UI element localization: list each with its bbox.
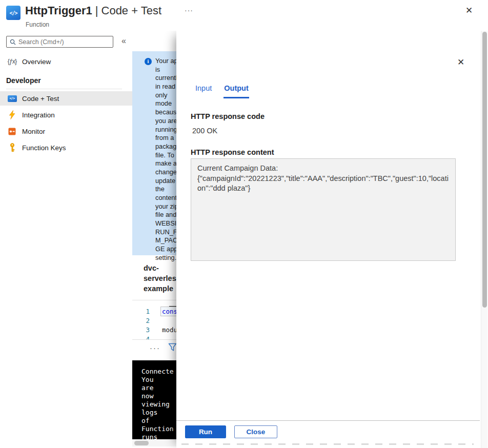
line-number: 3 bbox=[132, 325, 150, 335]
banner-line: setting. bbox=[155, 254, 176, 262]
monitor-icon bbox=[7, 127, 17, 136]
function-editor-pane: i Your apiscurrentlin readonlymodebecaus… bbox=[132, 31, 176, 448]
blade-more-icon[interactable]: ··· bbox=[185, 6, 193, 14]
dashed-divider bbox=[181, 443, 474, 445]
banner-line: currentl bbox=[155, 74, 176, 83]
banner-line: you are bbox=[155, 117, 176, 126]
app-name-line: dvc- bbox=[144, 263, 176, 273]
console-line: now bbox=[141, 392, 176, 400]
function-app-name: dvc-serverlessexample bbox=[144, 263, 176, 294]
sidebar-item-integration[interactable]: Integration bbox=[0, 108, 132, 122]
banner-line: from a bbox=[155, 134, 176, 142]
sidebar-item-label: Overview bbox=[22, 58, 51, 66]
blade-close-icon[interactable]: ✕ bbox=[464, 6, 474, 15]
sidebar-item-label: Function Keys bbox=[22, 144, 66, 152]
banner-line: mode bbox=[155, 99, 176, 108]
info-icon: i bbox=[145, 58, 152, 65]
sidebar-item-label: Code + Test bbox=[22, 95, 59, 103]
lightning-icon bbox=[7, 110, 17, 119]
code-editor[interactable]: 1 cons 2 3 modu 4 bbox=[132, 300, 176, 340]
function-app-icon: </> bbox=[6, 6, 21, 20]
function-name: HttpTrigger1 bbox=[25, 4, 92, 17]
response-code-label: HTTP response code bbox=[191, 112, 265, 120]
console-line: are bbox=[141, 384, 176, 392]
horizontal-scrollbar-thumb[interactable] bbox=[134, 441, 149, 445]
readonly-info-banner: i Your apiscurrentlin readonlymodebecaus… bbox=[132, 51, 176, 255]
banner-line: GE app bbox=[155, 245, 176, 254]
sidebar-item-overview[interactable]: {ƒx} Overview bbox=[0, 54, 132, 69]
code-test-icon: </> bbox=[7, 94, 17, 103]
app-name-line: example bbox=[144, 283, 176, 294]
banner-line: only bbox=[155, 91, 176, 100]
response-content-label: HTTP response content bbox=[191, 148, 274, 156]
sidebar: {ƒx} Overview Developer </> Code + Test … bbox=[0, 54, 132, 155]
key-icon bbox=[7, 143, 17, 152]
run-button[interactable]: Run bbox=[185, 425, 226, 438]
sidebar-item-function-keys[interactable]: Function Keys bbox=[0, 140, 132, 155]
readonly-banner-text: Your apiscurrentlin readonlymodebecausey… bbox=[155, 57, 176, 262]
horizontal-scrollbar[interactable] bbox=[132, 440, 176, 446]
vertical-scrollbar-thumb[interactable] bbox=[482, 32, 487, 308]
code-text: modu bbox=[162, 325, 176, 335]
sidebar-item-monitor[interactable]: Monitor bbox=[0, 124, 132, 138]
console-line: Connecte bbox=[141, 368, 176, 376]
page-title: HttpTrigger1|Code + Test bbox=[25, 4, 161, 17]
blade-subtitle: Function bbox=[26, 21, 49, 28]
banner-line: file and bbox=[155, 211, 176, 219]
logs-more-icon[interactable]: ··· bbox=[150, 343, 160, 352]
section-divider bbox=[6, 89, 122, 89]
banner-line: running bbox=[155, 126, 176, 134]
vertical-scrollbar[interactable] bbox=[481, 31, 487, 448]
close-button[interactable]: Close bbox=[234, 425, 277, 438]
sidebar-search[interactable] bbox=[6, 36, 113, 48]
banner-line: RUN_FR bbox=[155, 228, 176, 237]
filter-icon[interactable] bbox=[168, 343, 176, 354]
console-line: logs bbox=[141, 409, 176, 417]
sidebar-section-developer: Developer bbox=[0, 76, 132, 85]
search-input[interactable] bbox=[18, 38, 110, 46]
console-line: You bbox=[141, 376, 176, 384]
collapse-menu-icon[interactable]: « bbox=[121, 36, 126, 46]
line-number: 2 bbox=[132, 316, 150, 325]
panel-close-icon[interactable]: ✕ bbox=[456, 58, 465, 67]
banner-line: update bbox=[155, 177, 176, 186]
banner-line: in read bbox=[155, 83, 176, 91]
banner-line: is bbox=[155, 66, 176, 74]
banner-line: file. To bbox=[155, 151, 176, 160]
tab-input[interactable]: Input bbox=[195, 84, 212, 98]
sidebar-item-label: Integration bbox=[22, 111, 55, 119]
console-line: viewing bbox=[141, 400, 176, 409]
banner-line: your zip bbox=[155, 202, 176, 211]
console-line: of bbox=[141, 417, 176, 425]
line-number: 4 bbox=[132, 335, 150, 340]
banner-line: package bbox=[155, 142, 176, 151]
blade-section-name: Code + Test bbox=[101, 4, 162, 17]
console-line: Function bbox=[141, 425, 176, 433]
response-content-box: Current Campaign Data: {"campaignId":"20… bbox=[191, 158, 456, 261]
code-text: cons bbox=[162, 307, 176, 316]
app-name-line: serverless bbox=[144, 273, 176, 283]
banner-line: make an bbox=[155, 159, 176, 168]
banner-line: changes bbox=[155, 168, 176, 177]
banner-line: M_PACK bbox=[155, 236, 176, 245]
test-result-panel: ✕ Input Output HTTP response code 200 OK… bbox=[176, 31, 480, 448]
sidebar-item-code-test[interactable]: </> Code + Test bbox=[0, 91, 132, 106]
banner-line: Your ap bbox=[155, 57, 176, 66]
banner-line: content bbox=[155, 194, 176, 202]
overview-icon: {ƒx} bbox=[7, 57, 17, 66]
response-code-value: 200 OK bbox=[192, 127, 217, 135]
banner-line: the bbox=[155, 185, 176, 194]
tab-output[interactable]: Output bbox=[223, 84, 249, 98]
title-separator: | bbox=[92, 4, 101, 17]
log-console: ConnecteYouarenowviewinglogsofFunctionru… bbox=[132, 360, 176, 439]
line-number: 1 bbox=[132, 307, 150, 316]
banner-line: WEBSIT bbox=[155, 219, 176, 228]
test-panel-tabs: Input Output bbox=[195, 84, 249, 98]
blade-header: </> HttpTrigger1|Code + Test Function ··… bbox=[0, 0, 488, 31]
search-icon bbox=[10, 39, 16, 45]
logs-toolbar: ··· bbox=[132, 342, 176, 356]
banner-line: because bbox=[155, 108, 176, 117]
sidebar-item-label: Monitor bbox=[22, 128, 45, 135]
